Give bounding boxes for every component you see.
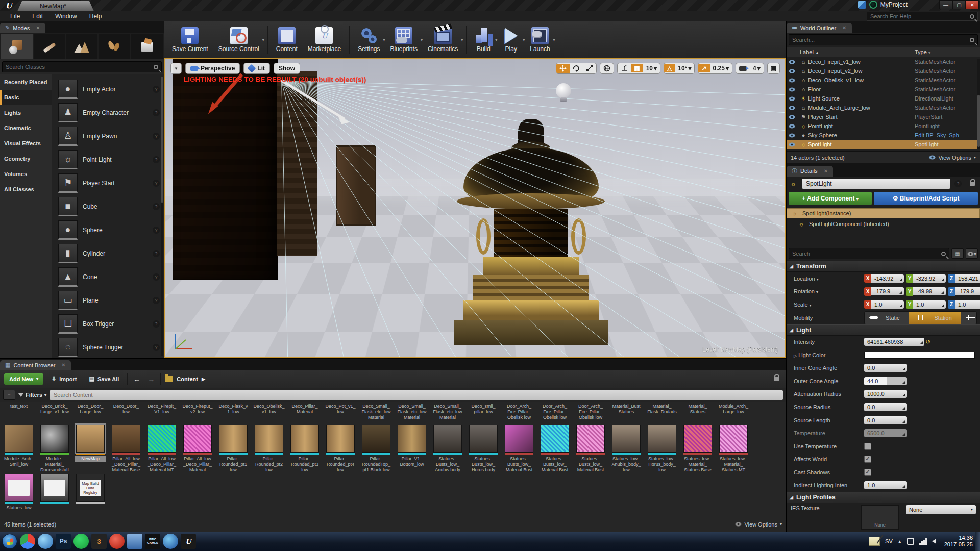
tray-expand-icon[interactable]: ▲: [898, 539, 902, 544]
mode-category[interactable]: Volumes: [0, 166, 52, 182]
spotify-icon[interactable]: [74, 534, 89, 549]
viewport-3d[interactable]: LIGHTING NEEDS TO BE REBUILT (20 unbuilt…: [164, 58, 786, 358]
asset-tile[interactable]: Statues_ Busts_low_ Material Bust: [576, 425, 605, 473]
details-search-input[interactable]: Search: [789, 248, 949, 259]
save-all-button[interactable]: ▤Save All: [85, 373, 124, 384]
minimize-button[interactable]: —: [939, 0, 952, 9]
visibility-eye-icon[interactable]: [789, 142, 799, 147]
menu-file[interactable]: File: [4, 13, 26, 20]
asset-tile[interactable]: Deco_Pillar_ Material: [290, 403, 320, 415]
asset-tile[interactable]: Deco_Small_ Flask_etc_low Material: [397, 403, 427, 420]
component-child-row[interactable]: ☼ SpotLightComponent (Inherited): [787, 218, 980, 230]
asset-tile[interactable]: Module_Arch_ Large_low: [719, 403, 748, 415]
outliner-row[interactable]: ⌂ Floor StaticMeshActor: [787, 85, 980, 94]
asset-tile[interactable]: Deco_Pot_v1_ low: [326, 403, 355, 415]
outliner-row[interactable]: ⌂ Deco_Fireput_v2_low StaticMeshActor: [787, 66, 980, 76]
transform-section-header[interactable]: ◢Transform: [787, 261, 980, 272]
mobility-toggle[interactable]: Static Station Movabl: [864, 311, 977, 324]
indirect-lighting-field[interactable]: 1.0: [864, 481, 907, 489]
asset-tile[interactable]: test_text: [4, 403, 34, 409]
menu-window[interactable]: Window: [49, 13, 83, 20]
camera-speed-control[interactable]: 4▾: [736, 63, 764, 74]
epic-games-icon[interactable]: EPIC GAMES: [145, 534, 160, 549]
asset-tile[interactable]: Module_ Material_ Doorsandstuff: [40, 425, 69, 473]
visibility-eye-icon[interactable]: [789, 115, 799, 119]
location-x-field[interactable]: -143.92: [871, 274, 904, 283]
placeable-item[interactable]: ■ Cube ?: [58, 195, 164, 218]
source-length-field[interactable]: 0.0: [864, 416, 907, 424]
mode-category[interactable]: All Classes: [0, 182, 52, 197]
asset-tile[interactable]: Deco_Obelisk_ v1_low: [254, 403, 284, 415]
visibility-eye-icon[interactable]: [789, 124, 799, 129]
level-document-tab[interactable]: NewMap*: [17, 1, 94, 11]
perspective-button[interactable]: Perspective: [185, 63, 240, 74]
outer-cone-field[interactable]: 44.0: [864, 377, 907, 385]
blueprint-add-script-button[interactable]: ⚙ Blueprint/Add Script: [874, 192, 978, 205]
asset-tile[interactable]: Deco_Small_ Flask_etc_low Material: [433, 403, 462, 420]
asset-tile[interactable]: Statues_low_ Material_ Statues Base: [683, 425, 713, 473]
asset-tile[interactable]: Door_Arch_ Fire_Pillar_ Obelisk low: [504, 403, 534, 420]
scale-x-field[interactable]: 1.0: [871, 300, 904, 309]
asset-tile[interactable]: Statues_ Busts_low_ Anubis body: [433, 425, 462, 473]
forward-button[interactable]: →: [146, 375, 156, 383]
red-app-icon[interactable]: [109, 534, 125, 549]
mode-landscape-button[interactable]: [66, 34, 98, 59]
asset-tile[interactable]: Deco_Door_ low: [111, 403, 141, 415]
save-current-button[interactable]: Save Current: [167, 26, 213, 54]
menu-edit[interactable]: Edit: [26, 13, 49, 20]
asset-tile[interactable]: Pillar_All_low _Deco_Pillar_ Material: [183, 425, 212, 473]
marketplace-button[interactable]: Marketplace: [303, 26, 346, 54]
asset-tile[interactable]: Pillar_All_low _Deco_Pillar_ Material Ba…: [111, 425, 141, 473]
light-bulb-gizmo[interactable]: [556, 83, 571, 103]
asset-tile[interactable]: Statues_ Busts_low_ Material Bust: [504, 425, 534, 473]
mode-category[interactable]: Recently Placed: [0, 74, 52, 90]
asset-tile[interactable]: Module_Arch_ Smll_low: [4, 425, 34, 473]
folder-app-icon[interactable]: [127, 534, 142, 549]
power-plug-icon[interactable]: [907, 538, 914, 545]
close-button[interactable]: ✕: [966, 0, 979, 9]
tab-world-outliner[interactable]: ≔ World Outliner ✕: [787, 23, 852, 33]
mode-category[interactable]: Geometry: [0, 151, 52, 166]
tab-details[interactable]: ⓘ Details ✕: [787, 166, 833, 177]
asset-tile[interactable]: Deco_smll_ pillar_low: [469, 403, 498, 415]
visibility-eye-icon[interactable]: [789, 106, 799, 110]
ies-texture-thumbnail[interactable]: None: [861, 505, 899, 530]
add-new-button[interactable]: Add New▾: [4, 373, 43, 385]
mode-category[interactable]: Lights: [0, 105, 52, 120]
asset-tile[interactable]: Statues_ Busts_low_ Horus body: [469, 425, 498, 473]
language-indicator[interactable]: SV: [885, 538, 893, 544]
show-button[interactable]: Show: [274, 63, 300, 74]
source-radius-field[interactable]: 0.0: [864, 403, 907, 411]
tablet-pen-icon[interactable]: [869, 537, 880, 546]
play-button[interactable]: Play▾: [498, 26, 524, 54]
mode-category[interactable]: Cinematic: [0, 120, 52, 136]
light-color-label[interactable]: ▷ Light Color: [794, 352, 864, 358]
lock-icon[interactable]: [970, 182, 975, 186]
placeable-item[interactable]: ◌ Sphere Trigger ?: [58, 336, 164, 358]
asset-tile[interactable]: Deco_Firepit_ V1_low: [147, 403, 177, 415]
asset-tile[interactable]: Material_ Flask_Dodads: [647, 403, 677, 415]
sources-panel-button[interactable]: ≡: [3, 390, 15, 400]
inner-cone-field[interactable]: 0.0: [864, 364, 907, 372]
visibility-eye-icon[interactable]: [789, 133, 799, 138]
import-button[interactable]: ⇩Import: [47, 373, 81, 384]
display-filter-button[interactable]: ▾: [966, 248, 978, 259]
asset-tile[interactable]: Deco_Small_ Flask_etc_low Material: [361, 403, 391, 420]
scale-label[interactable]: Scale ▾: [794, 302, 864, 308]
placeable-item[interactable]: ▲ Cone ?: [58, 265, 164, 289]
scale-snap-control[interactable]: ↗ 0.25▾: [698, 63, 732, 74]
light-section-header[interactable]: ◢Light: [787, 324, 980, 336]
mode-foliage-button[interactable]: [99, 34, 130, 59]
asset-tile[interactable]: Statues_ Busts_low_ Material Bust: [540, 425, 570, 473]
placeable-item[interactable]: ▭ Plane ?: [58, 289, 164, 312]
path-breadcrumb[interactable]: Content ▶: [165, 376, 205, 382]
angle-snap-control[interactable]: △ 10°▾: [664, 63, 695, 74]
launch-button[interactable]: Launch▾: [525, 26, 554, 54]
placeable-item[interactable]: ▮ Cylinder ?: [58, 242, 164, 265]
asset-tile[interactable]: Deco_Flask_v 1_low: [218, 403, 248, 415]
rotation-y-field[interactable]: -49.99: [913, 287, 946, 295]
outliner-row[interactable]: ☀ Light Source DirectionalLight: [787, 94, 980, 103]
asset-tile[interactable]: Material_Bust Statues: [611, 403, 641, 415]
light-color-swatch[interactable]: [864, 352, 975, 359]
view-options-button[interactable]: View Options▾: [929, 155, 976, 161]
